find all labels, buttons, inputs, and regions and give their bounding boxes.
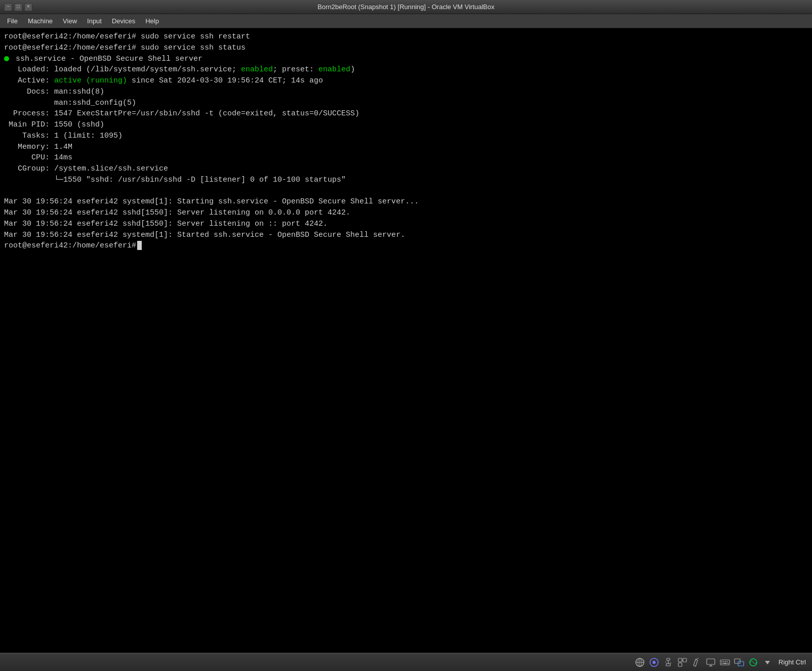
svg-rect-12 bbox=[683, 658, 686, 662]
terminal-line: root@eseferi42:/home/eseferi# sudo servi… bbox=[4, 43, 808, 54]
right-ctrl-label: Right Ctrl bbox=[779, 658, 806, 666]
terminal-area[interactable]: root@eseferi42:/home/eseferi# sudo servi… bbox=[0, 28, 812, 653]
share-icon[interactable] bbox=[676, 656, 688, 668]
network2-icon[interactable] bbox=[747, 656, 759, 668]
terminal-line: Mar 30 19:56:24 eseferi42 sshd[1550]: Se… bbox=[4, 219, 808, 230]
svg-line-16 bbox=[696, 658, 699, 659]
menu-devices[interactable]: Devices bbox=[107, 16, 140, 26]
svg-rect-17 bbox=[707, 659, 715, 664]
menu-machine[interactable]: Machine bbox=[23, 16, 58, 26]
svg-rect-22 bbox=[723, 661, 724, 662]
terminal-line: Loaded: loaded (/lib/systemd/system/ssh.… bbox=[4, 64, 808, 75]
pen-icon[interactable] bbox=[691, 656, 703, 668]
svg-rect-6 bbox=[667, 658, 670, 660]
restore-button[interactable]: □ bbox=[14, 3, 22, 11]
menu-file[interactable]: File bbox=[2, 16, 23, 26]
menubar: File Machine View Input Devices Help bbox=[0, 14, 812, 28]
window-title: Born2beRoot (Snapshot 1) [Running] - Ora… bbox=[34, 3, 778, 11]
terminal-line: CGroup: /system.slice/ssh.service bbox=[4, 163, 808, 175]
svg-rect-27 bbox=[727, 663, 728, 664]
terminal-line: man:sshd_config(5) bbox=[4, 98, 808, 109]
svg-rect-21 bbox=[721, 661, 722, 662]
monitor-icon[interactable] bbox=[705, 656, 717, 668]
svg-rect-25 bbox=[721, 663, 722, 664]
menu-view[interactable]: View bbox=[58, 16, 82, 26]
display2-icon[interactable] bbox=[733, 656, 745, 668]
terminal-line: Mar 30 19:56:24 eseferi42 systemd[1]: St… bbox=[4, 196, 808, 207]
terminal-prompt[interactable]: root@eseferi42:/home/eseferi# bbox=[4, 240, 808, 251]
menu-input[interactable]: Input bbox=[82, 16, 107, 26]
taskbar: Right Ctrl bbox=[0, 653, 812, 671]
globe-icon[interactable] bbox=[634, 656, 646, 668]
terminal-line: CPU: 14ms bbox=[4, 152, 808, 163]
menu-help[interactable]: Help bbox=[140, 16, 164, 26]
svg-rect-26 bbox=[723, 663, 726, 664]
terminal-line: Docs: man:sshd(8) bbox=[4, 87, 808, 98]
svg-rect-23 bbox=[725, 661, 726, 662]
svg-marker-31 bbox=[765, 661, 770, 664]
titlebar: − □ × Born2beRoot (Snapshot 1) [Running]… bbox=[0, 0, 812, 14]
usb-icon[interactable] bbox=[662, 656, 674, 668]
terminal-line: Tasks: 1 (limit: 1095) bbox=[4, 131, 808, 142]
svg-rect-24 bbox=[726, 661, 727, 662]
terminal-line: Process: 1547 ExecStartPre=/usr/sbin/ssh… bbox=[4, 108, 808, 119]
svg-rect-13 bbox=[678, 663, 682, 666]
arrow-down-icon[interactable] bbox=[761, 656, 774, 668]
terminal-line: Main PID: 1550 (sshd) bbox=[4, 119, 808, 131]
terminal-line bbox=[4, 186, 808, 197]
minimize-button[interactable]: − bbox=[4, 3, 12, 11]
terminal-line: Memory: 1.4M bbox=[4, 142, 808, 153]
network-icon[interactable] bbox=[648, 656, 660, 668]
terminal-line: root@eseferi42:/home/eseferi# sudo servi… bbox=[4, 31, 808, 43]
svg-rect-11 bbox=[678, 658, 682, 662]
svg-rect-20 bbox=[720, 660, 729, 665]
terminal-line: └─1550 "sshd: /usr/sbin/sshd -D [listene… bbox=[4, 175, 808, 186]
terminal-line: Mar 30 19:56:24 eseferi42 sshd[1550]: Se… bbox=[4, 207, 808, 219]
terminal-line: Mar 30 19:56:24 eseferi42 systemd[1]: St… bbox=[4, 230, 808, 241]
terminal-line: Active: active (running) since Sat 2024-… bbox=[4, 75, 808, 87]
terminal-line: ssh.service - OpenBSD Secure Shell serve… bbox=[4, 54, 808, 65]
status-dot bbox=[4, 56, 9, 61]
svg-point-5 bbox=[653, 661, 656, 664]
keyboard-icon[interactable] bbox=[719, 656, 731, 668]
close-button[interactable]: × bbox=[24, 3, 32, 11]
